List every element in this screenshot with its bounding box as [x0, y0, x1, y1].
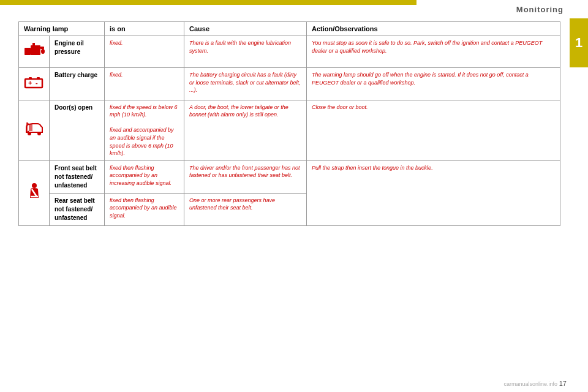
- svg-text:+: +: [28, 79, 32, 86]
- icon-cell-battery: + -: [19, 68, 50, 100]
- svg-point-17: [32, 183, 37, 188]
- table-row: Engine oilpressure fixed. There is a fau…: [19, 36, 560, 68]
- cause-battery-text: The battery charging circuit has a fault…: [189, 72, 301, 93]
- icon-cell-seatbelt: [19, 160, 50, 225]
- ison-seatbelt-rear-text: fixed then flashing accompanied by an au…: [110, 197, 177, 219]
- label-door: Door(s) open: [50, 100, 105, 160]
- ison-battery: fixed.: [105, 68, 184, 100]
- page-number: 17: [559, 380, 567, 387]
- action-engine-oil-text: You must stop as soon it is safe to do s…: [312, 40, 542, 54]
- cause-seatbelt-rear: One or more rear passengers have unfaste…: [184, 193, 307, 225]
- action-engine-oil: You must stop as soon it is safe to do s…: [307, 36, 560, 68]
- main-table-container: Warning lamp is on Cause Action/Observat…: [18, 21, 560, 374]
- cause-battery: The battery charging circuit has a fault…: [184, 68, 307, 100]
- ison-door: fixed if the speed is below 6 mph (10 km…: [105, 100, 184, 160]
- table-row: + - Battery charge fixed. The battery ch…: [19, 68, 560, 100]
- label-battery: Battery charge: [50, 68, 105, 100]
- ison-battery-text: fixed.: [110, 72, 123, 78]
- ison-engine-oil-text: fixed.: [110, 40, 123, 46]
- col-is-on: is on: [105, 22, 184, 36]
- ison-door-text1: fixed if the speed is below 6 mph (10 km…: [110, 104, 178, 118]
- door-open-icon: [23, 118, 46, 141]
- action-seatbelt-text: Pull the strap then insert the tongue in…: [312, 165, 433, 171]
- label-seatbelt-front: Front seat beltnot fastened/unfastened: [50, 160, 105, 193]
- cause-door: A door, the boot, the lower tailgate or …: [184, 100, 307, 160]
- action-battery-text: The warning lamp should go off when the …: [312, 72, 529, 86]
- cause-engine-oil: There is a fault with the engine lubrica…: [184, 36, 307, 68]
- cause-engine-oil-text: There is a fault with the engine lubrica…: [189, 40, 291, 54]
- cause-seatbelt-rear-text: One or more rear passengers have unfaste…: [189, 197, 275, 211]
- col-warning-lamp: Warning lamp: [19, 22, 105, 36]
- cause-seatbelt-front-text: The driver and/or the front passenger ha…: [189, 165, 300, 179]
- cause-seatbelt-front: The driver and/or the front passenger ha…: [184, 160, 307, 193]
- ison-door-text2: fixed and accompanied by an audible sign…: [110, 127, 174, 156]
- ison-seatbelt-front-text: fixed then flashing accompanied by an in…: [110, 165, 172, 186]
- header: Monitoring: [417, 0, 588, 18]
- table-row: Front seat beltnot fastened/unfastened f…: [19, 160, 560, 193]
- engine-oil-icon: [23, 39, 46, 62]
- watermark: carmanualsonline.info: [503, 381, 557, 387]
- warning-lamp-table: Warning lamp is on Cause Action/Observat…: [18, 21, 560, 226]
- chapter-number: 1: [570, 18, 588, 67]
- svg-point-15: [28, 132, 31, 135]
- svg-text:-: -: [36, 79, 38, 86]
- label-engine-oil: Engine oilpressure: [50, 36, 105, 68]
- seatbelt-icon: [23, 181, 46, 204]
- page-title: Monitoring: [516, 5, 564, 14]
- ison-seatbelt-rear: fixed then flashing accompanied by an au…: [105, 193, 184, 225]
- svg-rect-3: [32, 43, 35, 46]
- icon-cell-door: [19, 100, 50, 160]
- ison-engine-oil: fixed.: [105, 36, 184, 68]
- ison-seatbelt-front: fixed then flashing accompanied by an in…: [105, 160, 184, 193]
- action-door: Close the door or boot.: [307, 100, 560, 160]
- svg-rect-1: [31, 45, 40, 55]
- col-action: Action/Observations: [307, 22, 560, 36]
- action-door-text: Close the door or boot.: [312, 104, 368, 110]
- col-cause: Cause: [184, 22, 307, 36]
- action-battery: The warning lamp should go off when the …: [307, 68, 560, 100]
- table-row: Door(s) open fixed if the speed is below…: [19, 100, 560, 160]
- icon-cell-engine: [19, 36, 50, 68]
- cause-door-text: A door, the boot, the lower tailgate or …: [189, 104, 288, 118]
- svg-point-16: [37, 132, 41, 135]
- svg-rect-4: [29, 50, 31, 54]
- battery-icon: + -: [23, 71, 46, 94]
- label-seatbelt-rear: Rear seat beltnot fastened/unfastened: [50, 193, 105, 225]
- action-seatbelt: Pull the strap then insert the tongue in…: [307, 160, 560, 225]
- top-bar: [0, 0, 417, 5]
